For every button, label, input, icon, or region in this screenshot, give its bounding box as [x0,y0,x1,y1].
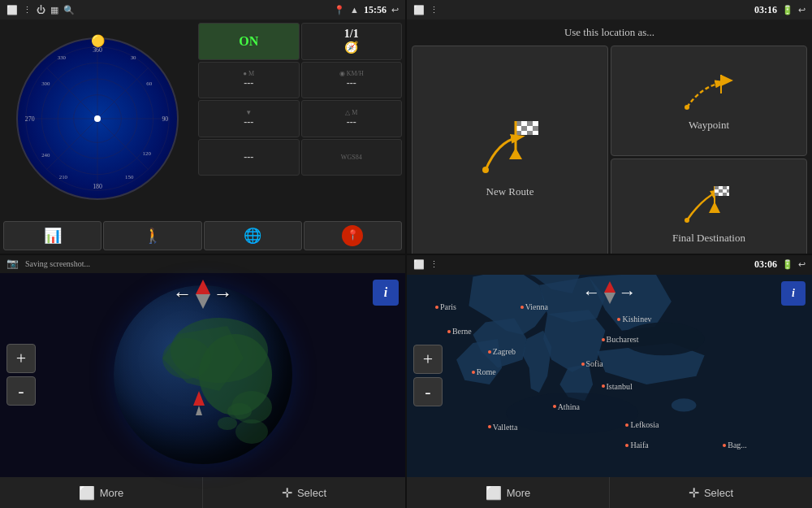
city-vienna: Vienna [520,302,548,311]
city-zagreb: Zagreb [488,347,516,356]
kishinev-label: Kishinev [622,315,651,323]
gps-wgs-cell: WGS84 [301,139,403,176]
lefkosia-dot [625,423,628,427]
svg-text:270: 270 [25,115,35,123]
compass-north-triangle [196,280,210,294]
location-statusbar: ⬜ ⋮ 03:16 🔋 ↩ [407,0,812,20]
svg-rect-32 [521,131,527,135]
city-kishinev: Kishinev [617,315,651,323]
eur-status-left: ⬜ ⋮ [413,259,438,270]
europe-bottom-bar: ⬜ More ✛ Select [407,477,812,508]
gps-data-grid: ON 1/1 🧭 ● m --- ◉ km/h --- ▼ --- △ m [195,20,405,218]
globe-info-button[interactable]: i [373,280,399,306]
gps-pin-btn[interactable]: 📍 [304,221,402,250]
globe-zoom-in-button[interactable]: + [6,344,36,373]
svg-rect-47 [723,186,727,189]
location-inner: Use this location as... [407,20,812,254]
gps-bearing-cell: ▼ --- [198,100,300,137]
haifa-label: Haifa [630,441,648,449]
gps-chart-btn[interactable]: 📊 [3,221,102,250]
svg-rect-51 [723,189,727,193]
paris-dot [435,306,438,309]
globe-left-arrow[interactable]: ← [173,283,192,305]
compass-area: 360 180 90 270 30 60 120 150 330 300 240… [0,20,195,218]
loc-battery-icon: 🔋 [782,5,793,15]
eur-battery-icon: 🔋 [782,259,793,270]
gps-fraction: 1/1 [344,28,359,41]
eur-zoom-in-button[interactable]: + [413,345,443,374]
bucharest-label: Bucharest [607,335,639,344]
svg-point-64 [235,419,268,444]
gps-main-content: 360 180 90 270 30 60 120 150 330 300 240… [0,20,405,218]
svg-rect-29 [527,126,533,131]
gps-globe-btn[interactable]: 🌐 [204,221,302,250]
europe-map: Paris Berne Zagreb Vienna Kishinev Bucha… [407,275,812,478]
final-dest-icon [680,184,737,228]
svg-rect-33 [527,131,533,135]
eur-window-icon: ⬜ [413,259,425,270]
globe-select-button[interactable]: ✛ Select [203,477,405,508]
loc-status-left: ⬜ ⋮ [413,5,438,15]
svg-rect-48 [727,186,729,189]
gps-on-cell[interactable]: ON [198,23,300,60]
bucharest-dot [602,338,605,341]
gps-status-right-icons: 📍 ▲ 15:56 ↩ [334,4,399,16]
svg-rect-34 [533,131,538,135]
loc-back-icon: ↩ [798,5,806,15]
eur-left-arrow[interactable]: ← [583,282,601,303]
zagreb-label: Zagreb [493,347,516,356]
final-destination-label: Final Destination [672,232,745,245]
globe-right-arrow[interactable]: → [214,283,233,305]
sofia-label: Sofia [586,359,603,368]
europe-map-svg [407,275,812,478]
grid-icon: ▦ [50,5,58,15]
compass-north-marker: 🟡 [91,34,105,48]
svg-rect-55 [723,193,727,196]
europe-info-button[interactable]: i [781,281,806,306]
svg-marker-67 [196,406,202,415]
svg-rect-52 [727,189,729,193]
svg-text:300: 300 [41,80,50,86]
svg-text:60: 60 [146,80,152,86]
waypoint-icon [680,71,737,115]
europe-more-button[interactable]: ⬜ More [407,477,610,508]
svg-point-42 [685,218,689,223]
speed-label: ◉ km/h [339,70,364,77]
svg-rect-46 [719,186,723,189]
eur-info-icon: i [792,287,795,300]
wgs-label: WGS84 [341,154,362,161]
svg-marker-57 [709,202,720,213]
final-destination-button[interactable]: Final Destination [611,158,807,253]
europe-nav-arrows: ← → [583,281,637,304]
new-route-label: New Route [486,185,534,198]
waypoint-button[interactable]: Waypoint [611,46,807,156]
eur-back-icon: ↩ [798,259,806,270]
svg-text:30: 30 [131,54,136,60]
europe-statusbar: ⬜ ⋮ 03:06 🔋 ↩ [407,255,812,275]
svg-rect-49 [715,189,719,193]
globe-zoom-out-button[interactable]: - [6,376,36,406]
gps-cell4: --- [198,139,300,176]
vienna-dot [520,306,524,309]
new-route-button[interactable]: New Route [412,46,608,254]
gps-walk-btn[interactable]: 🚶 [103,221,201,250]
loc-menu-icon: ⋮ [430,5,438,15]
eur-zoom-out-button[interactable]: - [413,377,443,406]
info-icon: i [384,285,387,300]
wifi-icon: ▲ [350,5,359,15]
city-athina: Athina [553,402,580,411]
city-haifa: Haifa [625,441,648,449]
city-berne: Berne [447,327,472,336]
gps-red-pin: 📍 [342,225,363,246]
city-valletta: Valletta [488,423,518,432]
svg-marker-70 [456,338,502,384]
lefkosia-label: Lefkosia [630,420,659,429]
gps-fraction-cell[interactable]: 1/1 🧭 [301,23,403,60]
europe-select-button[interactable]: ✛ Select [610,477,812,508]
eur-select-icon: ✛ [689,485,699,501]
new-route-icon [473,117,546,182]
svg-point-63 [218,417,237,430]
svg-marker-36 [509,148,522,159]
globe-more-button[interactable]: ⬜ More [0,477,203,508]
eur-right-arrow[interactable]: → [619,282,637,303]
